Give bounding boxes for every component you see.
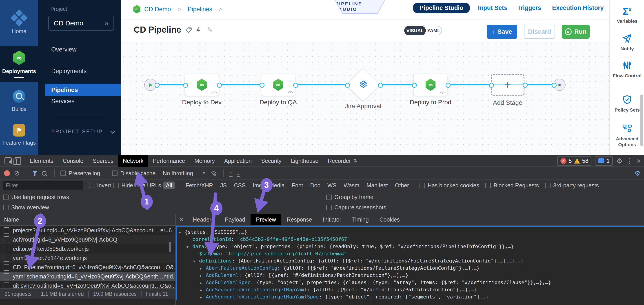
stage-deploy-to-prod[interactable]: ∞ </> [414, 74, 448, 96]
project-menu-services[interactable]: Services [38, 95, 121, 108]
breadcrumb-pipelines[interactable]: Pipelines [188, 6, 212, 13]
throttling-dropdown[interactable]: No throttling ▼ [163, 170, 206, 177]
filter-type-js[interactable]: JS [218, 181, 229, 189]
connector-dot[interactable] [489, 83, 494, 88]
visual-yaml-toggle[interactable]: VISUAL YAML [404, 26, 442, 35]
checkbox[interactable] [89, 183, 94, 188]
network-filter-input[interactable] [3, 181, 83, 190]
filter-type-ws[interactable]: WS [325, 181, 339, 189]
connector-dot[interactable] [154, 83, 160, 88]
code-icon[interactable]: </> [211, 90, 217, 95]
connector-dot[interactable] [183, 83, 188, 88]
rail-item-notify[interactable]: Notify [610, 33, 644, 52]
devtools-tab-memory[interactable]: Memory [190, 155, 219, 167]
export-har-icon[interactable]: ↓ [236, 170, 240, 177]
request-row[interactable]: yaml.worker.7d144e.worker.js [0, 253, 175, 263]
connector-dot[interactable] [523, 83, 528, 88]
connector-dot[interactable] [260, 83, 264, 88]
issues-badge[interactable]: 1 [595, 156, 613, 166]
devtools-tab-network[interactable]: Network [118, 155, 148, 167]
close-devtools-icon[interactable]: × [636, 157, 641, 165]
checkbox[interactable] [3, 205, 8, 210]
inspect-element-icon[interactable] [4, 157, 12, 164]
add-stage-button[interactable]: + [491, 74, 524, 96]
checkbox[interactable] [485, 183, 491, 188]
invert-checkbox[interactable]: Invert [89, 182, 111, 189]
request-row[interactable]: projects?routingId=6_vVHzo9Qeu9fXvj-AcbC… [0, 226, 175, 235]
collapse-icon[interactable]: » [104, 19, 108, 28]
capture-screenshots-checkbox[interactable]: Capture screenshots [326, 204, 386, 211]
rail-item-policy-sets[interactable]: Policy Sets [610, 95, 644, 113]
devtools-tab-elements[interactable]: Elements [25, 155, 58, 167]
request-list-scrollbar[interactable] [169, 242, 171, 252]
checkbox[interactable] [60, 170, 66, 176]
json-line[interactable]: ▶AddSegmentToVariationTargetMapYaml: {al… [176, 286, 644, 293]
connector-dot[interactable] [345, 83, 350, 88]
json-line[interactable]: $schema: "http://json-schema.org/draft-0… [176, 250, 644, 257]
filter-type-fetch-xhr[interactable]: Fetch/XHR [183, 181, 216, 189]
tab-input-sets[interactable]: Input Sets [478, 5, 508, 12]
rail-item-advanced-options[interactable]: Advanced Options [610, 123, 644, 148]
toggle-visual[interactable]: VISUAL [404, 26, 426, 35]
import-har-icon[interactable]: ↑ [230, 170, 232, 177]
detail-tab-initiator[interactable]: Initiator [318, 214, 347, 225]
stage-deploy-to-dev[interactable]: ∞ </> [185, 74, 219, 96]
json-line[interactable]: ▶AddSegmentToVariationTargetMapYamlSpec:… [176, 293, 644, 300]
json-line[interactable]: ▶AddRuleYamlSpec: {type: "object", prope… [176, 279, 644, 286]
devtools-tab-sources[interactable]: Sources [88, 155, 118, 167]
checkbox[interactable] [114, 183, 119, 188]
project-selector[interactable]: CD Demo » [48, 16, 114, 31]
devtools-tab-lighthouse[interactable]: Lighthouse [286, 155, 323, 167]
code-icon[interactable]: </> [288, 90, 293, 95]
kebab-menu-icon[interactable]: ⋮ [626, 157, 633, 165]
group-by-frame-checkbox[interactable]: Group by frame [326, 194, 374, 200]
detail-tab-payload[interactable]: Payload [220, 214, 250, 225]
hide-data-urls-checkbox[interactable]: Hide data URLs [114, 182, 161, 189]
connector-dot[interactable] [293, 83, 298, 88]
stage-deploy-to-qa[interactable]: ∞ </> [261, 74, 295, 96]
request-row[interactable]: CD_Pipeline?routingId=6_vVHzo9Qeu9fXvj-A… [0, 263, 175, 272]
settings-gear-icon[interactable]: ⚙ [616, 157, 622, 165]
show-overview-checkbox[interactable]: Show overview [3, 204, 49, 211]
connector-dot[interactable] [552, 83, 556, 88]
detail-tab-headers[interactable]: Headers [188, 214, 220, 225]
detail-tab-timing[interactable]: Timing [347, 214, 374, 225]
checkbox[interactable] [326, 205, 332, 210]
sidebar-item-feature-flags[interactable]: ⚑ Feature Flags [2, 124, 36, 146]
filter-icon[interactable] [32, 171, 38, 176]
filter-type-css[interactable]: CSS [232, 181, 248, 189]
json-line[interactable]: ▼data: {type: "object", properties: {pip… [176, 243, 644, 250]
request-row[interactable]: editor.worker.0595db.worker.js [0, 244, 175, 253]
use-large-request-rows-checkbox[interactable]: Use large request rows [3, 194, 69, 200]
page-scrollbar[interactable] [640, 95, 643, 146]
devtools-tab-application[interactable]: Application [220, 155, 256, 167]
json-line[interactable]: ▼definitions: {AbortFailureActionConfig:… [176, 257, 644, 264]
tab-pipeline-studio[interactable]: Pipeline Studio [413, 3, 470, 13]
project-menu-overview[interactable]: Overview [38, 43, 121, 56]
project-menu-deployments[interactable]: Deployments [38, 65, 121, 77]
connector-dot[interactable] [446, 83, 450, 88]
preserve-log-checkbox[interactable]: Preserve log [60, 170, 100, 177]
connector-dot[interactable] [378, 83, 383, 88]
checkbox[interactable] [112, 170, 118, 176]
project-menu-pipelines[interactable]: Pipelines [45, 84, 121, 96]
breadcrumb-project[interactable]: CD Demo [144, 6, 171, 13]
discard-button[interactable]: Discard [524, 25, 555, 39]
filter-type-all[interactable]: All [163, 181, 174, 189]
json-line[interactable]: correlationId: "cb54c3b2-9ffe-49f8-a48e-… [176, 236, 644, 243]
checkbox[interactable] [326, 195, 332, 200]
pipeline-canvas[interactable]: ▶ ∞ </> Deploy to Dev ∞ </> Deploy to QA… [121, 41, 610, 155]
json-line[interactable]: ▼{status: "SUCCESS",…} [176, 228, 644, 236]
detail-tab-preview[interactable]: Preview [250, 214, 281, 225]
devtools-tab-performance[interactable]: Performance [148, 155, 190, 167]
toggle-yaml[interactable]: YAML [426, 26, 442, 35]
devtools-tab-security[interactable]: Security [256, 155, 286, 167]
connector-dot[interactable] [412, 83, 417, 88]
console-error-warning-badge[interactable]: × 5 ! 58 [557, 156, 592, 166]
detail-tab-cookies[interactable]: Cookies [374, 214, 405, 225]
rail-item-variables[interactable]: Σx Variables [610, 5, 644, 24]
project-setup-toggle[interactable]: PROJECT SETUP [51, 129, 114, 135]
checkbox[interactable] [3, 195, 8, 200]
filter-type-other[interactable]: Other [392, 181, 412, 189]
filter-type-doc[interactable]: Doc [308, 181, 322, 189]
